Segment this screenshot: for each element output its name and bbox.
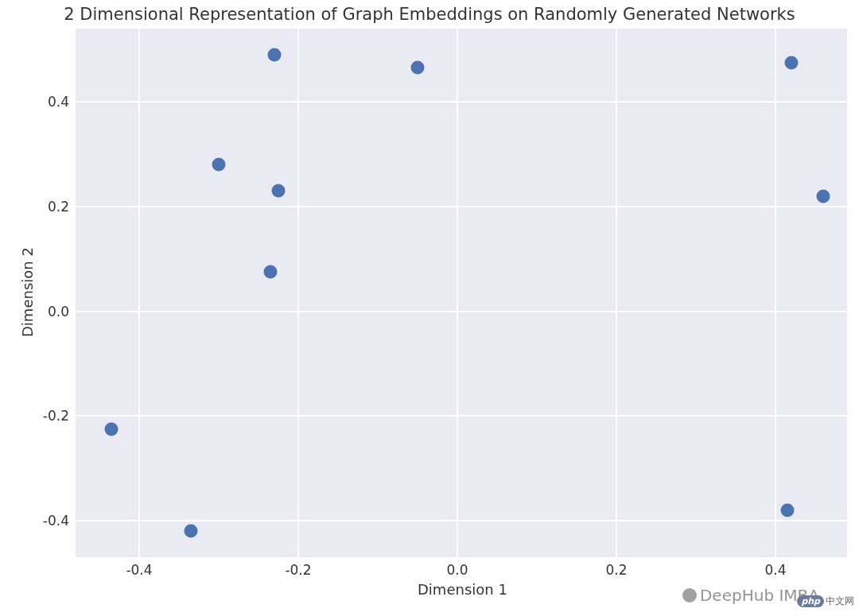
y-tick-label: -0.2 (36, 408, 69, 424)
scatter-point (105, 422, 119, 436)
y-tick-label: 0.0 (36, 304, 69, 320)
x-tick-label: -0.4 (126, 562, 152, 578)
gridline-horizontal (76, 101, 847, 103)
gridline-horizontal (76, 520, 847, 521)
scatter-point (264, 265, 278, 279)
x-tick-label: 0.2 (605, 562, 627, 578)
gridline-vertical (616, 29, 617, 557)
x-tick-label: 0.0 (446, 562, 468, 578)
y-tick-label: -0.4 (36, 513, 69, 529)
php-badge: php (797, 595, 824, 607)
y-axis-label: Dimension 2 (19, 247, 36, 337)
x-tick-label: 0.4 (764, 562, 786, 578)
gridline-horizontal (76, 311, 847, 312)
scatter-point (817, 189, 830, 203)
chart-container: 2 Dimensional Representation of Graph Em… (0, 0, 859, 616)
chart-title: 2 Dimensional Representation of Graph Em… (0, 5, 859, 24)
wechat-icon (682, 588, 697, 602)
watermark-secondary-text: 中文网 (826, 595, 854, 608)
gridline-vertical (775, 29, 776, 557)
x-tick-label: -0.2 (285, 562, 311, 578)
x-axis-label: Dimension 1 (418, 581, 507, 598)
gridline-vertical (457, 29, 458, 557)
scatter-point (785, 56, 799, 69)
gridline-vertical (297, 29, 299, 557)
y-tick-label: 0.2 (36, 199, 69, 215)
scatter-point (268, 48, 282, 61)
scatter-point (212, 158, 226, 172)
scatter-point (185, 525, 198, 538)
gridline-horizontal (76, 415, 847, 416)
y-tick-label: 0.4 (36, 94, 69, 110)
scatter-point (781, 503, 795, 517)
plot-area (76, 29, 847, 557)
gridline-vertical (138, 29, 140, 557)
watermark-secondary: php 中文网 (797, 595, 854, 608)
scatter-point (272, 184, 286, 198)
gridline-horizontal (76, 206, 847, 207)
scatter-point (411, 61, 425, 75)
